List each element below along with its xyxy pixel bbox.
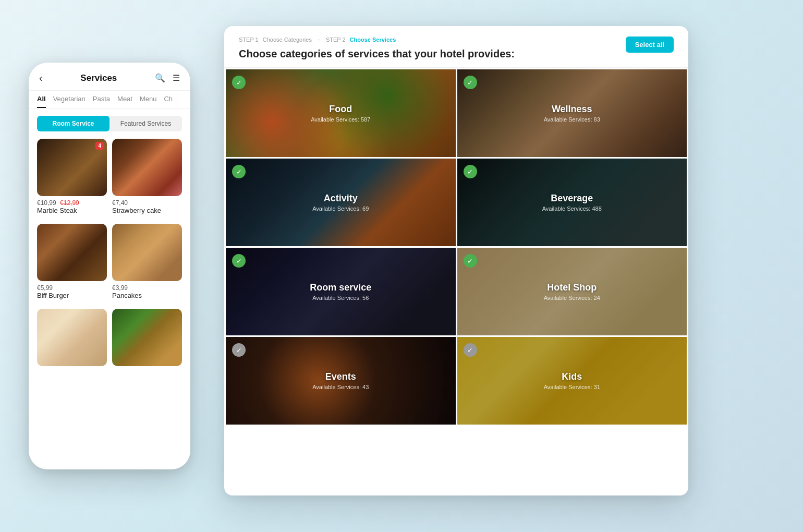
- item-name: Strawberry cake: [112, 207, 182, 214]
- category-card-beverage[interactable]: Beverage Available Services: 488 ✓: [457, 159, 687, 246]
- item-badge: 4: [95, 142, 104, 150]
- phone-title: Services: [80, 73, 117, 83]
- category-check-beverage: ✓: [464, 165, 477, 178]
- tab-all[interactable]: All: [37, 95, 46, 108]
- category-name-events: Events: [325, 371, 356, 382]
- item-name: Marble Steak: [37, 207, 107, 214]
- category-card-food[interactable]: Food Available Services: 587 ✓: [226, 69, 456, 157]
- category-name-activity: Activity: [324, 193, 358, 204]
- breadcrumb: STEP 1 Choose Categories → STEP 2 Choose…: [239, 37, 674, 43]
- item-old-price: €12,99: [60, 199, 79, 207]
- tab-ch[interactable]: Ch: [164, 95, 173, 108]
- category-overlay-wellness: Wellness Available Services: 83: [457, 69, 687, 157]
- select-all-button[interactable]: Select all: [626, 37, 674, 53]
- phone-items-grid: 4 €10,99 €12,99 Marble Steak €7,40 Straw…: [29, 139, 190, 370]
- item-name: Biff Burger: [37, 292, 107, 299]
- breadcrumb-step1-title: Choose Categories: [263, 37, 312, 43]
- tab-menu[interactable]: Menu: [140, 95, 157, 108]
- item-image-steak: 4: [37, 139, 107, 196]
- tab-meat[interactable]: Meat: [117, 95, 132, 108]
- phone-tabs: All Vegetarian Pasta Meat Menu Ch: [29, 91, 190, 108]
- item-image-pizza: [112, 309, 182, 366]
- search-icon[interactable]: 🔍: [155, 73, 165, 83]
- category-count-hotel-shop: Available Services: 24: [544, 295, 600, 301]
- list-item[interactable]: [37, 309, 107, 370]
- item-image-pancakes: [112, 224, 182, 281]
- category-name-kids: Kids: [562, 371, 582, 382]
- category-card-hotel-shop[interactable]: Hotel Shop Available Services: 24 ✓: [457, 248, 687, 335]
- breadcrumb-step2-label: STEP 2: [326, 37, 346, 43]
- phone-mockup: ‹ Services 🔍 ☰ All Vegetarian Pasta Meat…: [29, 63, 190, 469]
- breadcrumb-step1-label: STEP 1: [239, 37, 259, 43]
- item-image-burger: [37, 224, 107, 281]
- page-title: Choose categories of services that your …: [239, 48, 674, 60]
- category-check-kids: ✓: [464, 343, 477, 357]
- category-count-food: Available Services: 587: [311, 116, 370, 123]
- filter-icon[interactable]: ☰: [173, 73, 180, 83]
- phone-header-icons: 🔍 ☰: [155, 73, 180, 83]
- tab-vegetarian[interactable]: Vegetarian: [53, 95, 86, 108]
- breadcrumb-arrow: →: [316, 37, 322, 43]
- category-overlay-activity: Activity Available Services: 69: [226, 159, 456, 246]
- category-name-food: Food: [329, 104, 352, 115]
- toggle-featured-services[interactable]: Featured Services: [110, 116, 182, 131]
- tablet-mockup: STEP 1 Choose Categories → STEP 2 Choose…: [224, 26, 688, 495]
- phone-back-button[interactable]: ‹: [39, 72, 43, 84]
- category-overlay-room-service: Room service Available Services: 56: [226, 248, 456, 335]
- category-overlay-food: Food Available Services: 587: [226, 69, 456, 157]
- list-item[interactable]: €5,99 Biff Burger: [37, 224, 107, 304]
- category-overlay-kids: Kids Available Services: 31: [457, 337, 687, 425]
- item-image-icecream: [37, 309, 107, 366]
- list-item[interactable]: €3,99 Pancakes: [112, 224, 182, 304]
- item-image-cake: [112, 139, 182, 196]
- tablet-header: STEP 1 Choose Categories → STEP 2 Choose…: [224, 26, 688, 68]
- category-name-wellness: Wellness: [552, 104, 592, 115]
- list-item[interactable]: 4 €10,99 €12,99 Marble Steak: [37, 139, 107, 219]
- category-card-wellness[interactable]: Wellness Available Services: 83 ✓: [457, 69, 687, 157]
- breadcrumb-step2-title: Choose Services: [350, 37, 396, 43]
- category-card-kids[interactable]: Kids Available Services: 31 ✓: [457, 337, 687, 425]
- item-name: Pancakes: [112, 292, 182, 299]
- categories-grid: Food Available Services: 587 ✓ Wellness …: [224, 68, 688, 494]
- category-overlay-beverage: Beverage Available Services: 488: [457, 159, 687, 246]
- category-card-events[interactable]: Events Available Services: 43 ✓: [226, 337, 456, 425]
- category-name-room-service: Room service: [310, 282, 371, 293]
- phone-toggle: Room Service Featured Services: [37, 116, 182, 131]
- category-check-events: ✓: [232, 343, 246, 357]
- category-check-activity: ✓: [232, 165, 246, 178]
- category-count-activity: Available Services: 69: [312, 205, 369, 212]
- category-count-events: Available Services: 43: [312, 384, 369, 390]
- category-overlay-hotel-shop: Hotel Shop Available Services: 24: [457, 248, 687, 335]
- category-card-activity[interactable]: Activity Available Services: 69 ✓: [226, 159, 456, 246]
- list-item[interactable]: [112, 309, 182, 370]
- item-price: €7,40: [112, 199, 182, 207]
- category-check-room-service: ✓: [232, 254, 246, 268]
- phone-header: ‹ Services 🔍 ☰: [29, 63, 190, 91]
- category-count-beverage: Available Services: 488: [542, 205, 602, 212]
- category-overlay-events: Events Available Services: 43: [226, 337, 456, 425]
- toggle-room-service[interactable]: Room Service: [37, 116, 110, 131]
- category-count-kids: Available Services: 31: [544, 384, 600, 390]
- category-count-wellness: Available Services: 83: [544, 116, 600, 123]
- category-name-hotel-shop: Hotel Shop: [547, 282, 597, 293]
- list-item[interactable]: €7,40 Strawberry cake: [112, 139, 182, 219]
- item-price: €10,99 €12,99: [37, 199, 107, 207]
- category-check-hotel-shop: ✓: [464, 254, 477, 268]
- category-count-room-service: Available Services: 56: [312, 295, 369, 301]
- tab-pasta[interactable]: Pasta: [93, 95, 110, 108]
- category-name-beverage: Beverage: [551, 193, 593, 204]
- category-check-wellness: ✓: [464, 76, 477, 89]
- category-check-food: ✓: [232, 76, 246, 89]
- item-price: €5,99: [37, 284, 107, 292]
- category-card-room-service[interactable]: Room service Available Services: 56 ✓: [226, 248, 456, 335]
- item-price: €3,99: [112, 284, 182, 292]
